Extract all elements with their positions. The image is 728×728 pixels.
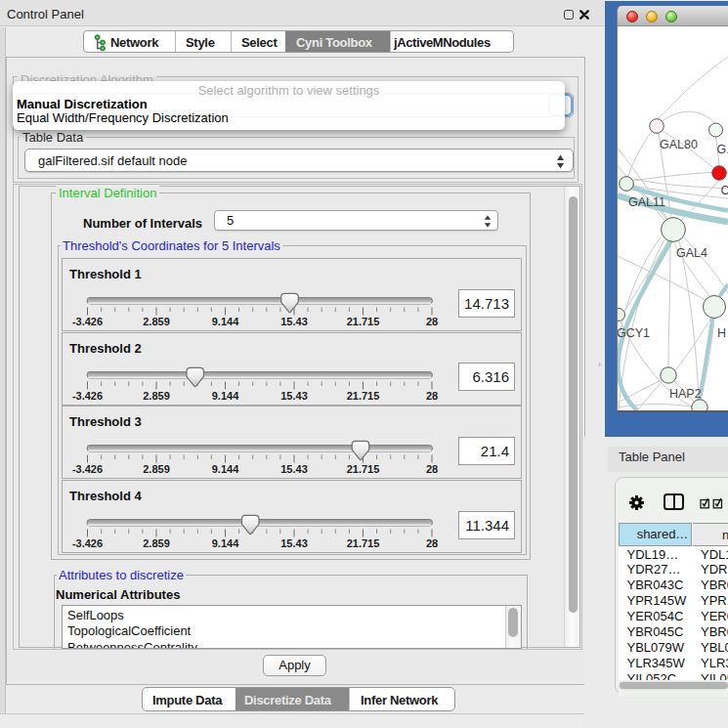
svg-text:GAL11: GAL11 — [628, 195, 665, 209]
svg-text:C: C — [721, 184, 728, 197]
svg-text:21.715: 21.715 — [347, 537, 380, 549]
svg-text:H: H — [717, 326, 726, 340]
svg-text:-3.426: -3.426 — [72, 537, 103, 549]
svg-text:15.43: 15.43 — [280, 463, 308, 475]
svg-text:28: 28 — [426, 316, 438, 327]
svg-text:28: 28 — [426, 389, 438, 401]
svg-text:-3.426: -3.426 — [72, 463, 103, 475]
svg-text:-3.426: -3.426 — [72, 389, 103, 401]
svg-text:GAL80: GAL80 — [660, 138, 698, 151]
svg-text:21.715: 21.715 — [347, 463, 380, 475]
svg-text:2.859: 2.859 — [143, 389, 170, 401]
svg-text:21.715: 21.715 — [347, 389, 380, 401]
svg-text:9.144: 9.144 — [212, 389, 239, 401]
svg-text:G.: G. — [717, 143, 728, 156]
svg-text:GAL4: GAL4 — [676, 246, 707, 260]
svg-text:15.43: 15.43 — [280, 389, 308, 401]
svg-text:GCY1: GCY1 — [618, 326, 650, 340]
svg-text:9.144: 9.144 — [212, 463, 239, 475]
svg-text:15.43: 15.43 — [280, 537, 308, 549]
svg-text:2.859: 2.859 — [143, 537, 170, 549]
svg-text:28: 28 — [426, 537, 438, 549]
svg-text:2.859: 2.859 — [143, 463, 170, 475]
svg-text:2.859: 2.859 — [143, 316, 170, 327]
svg-text:15.43: 15.43 — [280, 316, 308, 327]
svg-text:HAP2: HAP2 — [669, 387, 702, 401]
svg-text:9.144: 9.144 — [212, 316, 239, 327]
svg-text:21.715: 21.715 — [347, 316, 380, 327]
svg-text:28: 28 — [426, 463, 438, 475]
svg-text:-3.426: -3.426 — [72, 316, 103, 327]
svg-text:9.144: 9.144 — [212, 537, 239, 549]
